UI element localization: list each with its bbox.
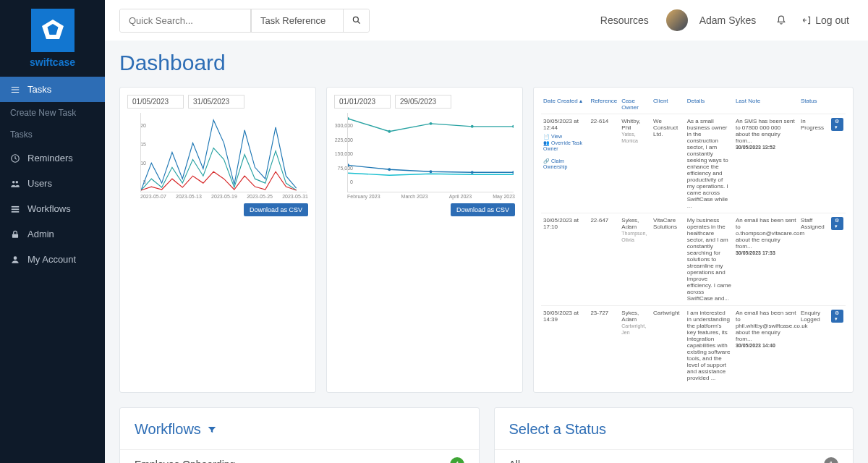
count-badge: 1	[824, 457, 838, 463]
notifications-button[interactable]	[776, 15, 786, 25]
filter-icon[interactable]	[207, 425, 217, 435]
chart2-download-button[interactable]: Download as CSV	[451, 203, 515, 216]
cell-status: Staff Assigned	[799, 213, 829, 306]
th-lastnote[interactable]: Last Note	[733, 95, 799, 114]
view-link[interactable]: 📄 View	[543, 134, 562, 140]
nav-users-label: Users	[27, 178, 52, 189]
svg-rect-3	[12, 205, 20, 207]
th-reference[interactable]: Reference	[588, 95, 619, 114]
tasks-table: Date Created ▴ Reference Case Owner Clie…	[541, 95, 846, 385]
nav-workflows[interactable]: Workflows	[0, 196, 105, 221]
user-name[interactable]: Adam Sykes	[699, 14, 757, 26]
logo-icon	[31, 9, 75, 52]
clock-icon	[10, 153, 20, 163]
sidebar: swiftcase Tasks Create New Task Tasks Re…	[0, 0, 105, 463]
th-status[interactable]: Status	[799, 95, 829, 114]
cell-date: 30/05/2023 at 14:39	[541, 306, 588, 386]
svg-rect-5	[12, 211, 20, 212]
cell-ref: 23-727	[588, 306, 619, 386]
search-button[interactable]	[343, 9, 369, 32]
svg-point-9	[348, 117, 349, 120]
cell-ref: 22-647	[588, 213, 619, 306]
th-date[interactable]: Date Created ▴	[541, 95, 588, 114]
resources-link[interactable]: Resources	[595, 14, 655, 26]
chart1-plot	[140, 113, 307, 192]
chart2-plot	[347, 113, 514, 192]
cell-action: ⚙ ▾	[829, 213, 846, 306]
list-icon	[10, 85, 20, 95]
lock-icon	[10, 229, 20, 239]
search-input[interactable]	[120, 9, 250, 32]
status-panel: Select a Status All1Initial Information0…	[494, 407, 854, 463]
table-row[interactable]: 30/05/2023 at 12:44📄 View 👥 Override Tas…	[541, 114, 846, 213]
table-header-row: Date Created ▴ Reference Case Owner Clie…	[541, 95, 846, 114]
tasks-table-card: Date Created ▴ Reference Case Owner Clie…	[533, 87, 854, 393]
logout-label: Log out	[815, 14, 849, 26]
search-group: Task Reference ▼	[119, 9, 370, 33]
cell-date: 30/05/2023 at 17:10	[541, 213, 588, 306]
row-action-button[interactable]: ⚙ ▾	[831, 310, 843, 323]
th-owner[interactable]: Case Owner	[619, 95, 651, 114]
row-action-button[interactable]: ⚙ ▾	[831, 217, 843, 230]
page-title: Dashboard	[119, 51, 854, 75]
workflow-item[interactable]: Employee Onboarding4	[120, 449, 479, 463]
chart-card-2: 300,000225,000150,00075,0000 February 20…	[326, 87, 523, 393]
svg-rect-4	[12, 208, 20, 210]
nav-admin[interactable]: Admin	[0, 221, 105, 247]
th-client[interactable]: Client	[651, 95, 685, 114]
cell-date: 30/05/2023 at 12:44📄 View 👥 Override Tas…	[541, 114, 588, 213]
svg-point-14	[348, 163, 349, 166]
cell-status: Enquiry Logged	[799, 306, 829, 386]
users-icon	[10, 179, 20, 189]
cell-client: Cartwright	[651, 306, 685, 386]
chart2-date-to[interactable]	[395, 95, 451, 109]
search-filter-select[interactable]: Task Reference	[251, 9, 343, 32]
nav-my-account[interactable]: My Account	[0, 247, 105, 272]
svg-point-1	[12, 180, 15, 183]
nav-reminders[interactable]: Reminders	[0, 145, 105, 171]
chart1-date-to[interactable]	[188, 95, 244, 109]
cards-row: 2015105 2023-05-072023-05-132023-05-1920…	[119, 87, 854, 393]
cell-note: An email has been sent to phil.whitby@sw…	[733, 306, 799, 386]
topbar: Task Reference ▼ Resources Adam Sykes Lo…	[105, 0, 868, 41]
svg-point-12	[471, 125, 474, 128]
cell-details: I am interested in understanding the pla…	[685, 306, 733, 386]
chart1-date-from[interactable]	[127, 95, 184, 109]
nav-users[interactable]: Users	[0, 171, 105, 196]
svg-point-11	[430, 122, 433, 125]
th-details[interactable]: Details	[685, 95, 733, 114]
chart2-x-axis: February 2023March 2023April 2023May 202…	[347, 194, 515, 199]
table-row[interactable]: 30/05/2023 at 17:10 22-647 Sykes, AdamTh…	[541, 213, 846, 306]
status-item[interactable]: All1	[495, 449, 854, 463]
two-column: Workflows Employee Onboarding4Employee P…	[119, 407, 854, 463]
nav-tasks-sub[interactable]: Tasks	[0, 124, 105, 145]
chart2-date-from[interactable]	[334, 95, 391, 109]
svg-point-18	[512, 171, 514, 174]
cell-owner: Sykes, AdamCartwright, Jen	[619, 306, 651, 386]
cell-details: My business operates in the healthcare s…	[685, 213, 733, 306]
cell-client: VitaCare Solutions	[651, 213, 685, 306]
logout-button[interactable]: Log out	[802, 14, 849, 26]
override-owner-link[interactable]: 👥 Override Task Owner	[543, 140, 586, 151]
avatar[interactable]	[666, 9, 688, 31]
claim-ownership-link[interactable]: 🔗 Claim Ownership	[543, 158, 586, 169]
cell-note: An email has been sent to o.thompson@vit…	[733, 213, 799, 306]
status-label: All	[509, 459, 521, 463]
cell-status: In Progress	[799, 114, 829, 213]
nav-tasks-label: Tasks	[27, 84, 51, 95]
logo[interactable]: swiftcase	[0, 0, 105, 77]
nav-tasks[interactable]: Tasks	[0, 77, 105, 102]
nav-reminders-label: Reminders	[27, 153, 73, 163]
cell-owner: Whitby, PhilYates, Monica	[619, 114, 651, 213]
svg-point-15	[388, 168, 391, 171]
nav-create-new-task[interactable]: Create New Task	[0, 102, 105, 124]
cell-details: As a small business owner in the constru…	[685, 114, 733, 213]
row-action-button[interactable]: ⚙ ▾	[831, 118, 843, 131]
chart1-download-button[interactable]: Download as CSV	[244, 203, 308, 216]
status-title: Select a Status	[495, 421, 854, 449]
nav-my-account-label: My Account	[27, 254, 76, 265]
workflows-title: Workflows	[120, 421, 479, 449]
svg-point-7	[14, 256, 17, 260]
table-row[interactable]: 30/05/2023 at 14:39 23-727 Sykes, AdamCa…	[541, 306, 846, 386]
svg-point-17	[471, 171, 474, 174]
